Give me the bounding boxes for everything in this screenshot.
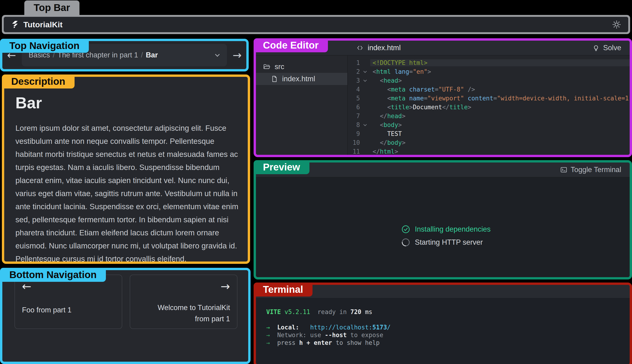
lightbulb-icon — [592, 44, 600, 52]
tree-item-index-html[interactable]: index.html — [256, 73, 347, 85]
annotation-description: Description — [2, 74, 75, 88]
description-region: Bar Lorem ipsum dolor sit amet, consecte… — [2, 74, 250, 264]
terminal-line: → press h + enter to show help — [266, 339, 630, 347]
spinner-icon — [401, 238, 410, 247]
annotation-bottom-navigation: Bottom Navigation — [0, 268, 106, 282]
fold-chevron-icon[interactable] — [364, 78, 367, 82]
top-bar-region: TutorialKit — [2, 15, 630, 34]
chevron-down-icon — [215, 52, 220, 57]
code-line: 7 </head> — [348, 112, 630, 120]
code-line: 10 </body> — [348, 138, 630, 147]
annotation-top-bar: Top Bar — [24, 0, 80, 15]
terminal-line — [266, 316, 630, 324]
tree-item-src-folder[interactable]: src — [256, 61, 347, 73]
right-arrow-icon: → — [221, 281, 230, 292]
code-line: 3 <head> — [348, 76, 630, 85]
breadcrumb-current: Bar — [146, 51, 158, 59]
solve-label: Solve — [603, 44, 621, 52]
solve-button[interactable]: Solve — [592, 44, 630, 52]
annotation-preview: Preview — [254, 160, 309, 174]
tree-item-label: src — [275, 62, 284, 71]
forward-arrow-button[interactable]: → — [233, 50, 242, 60]
step-installing-dependencies: Installing dependencies — [401, 224, 491, 234]
code-line: 9 TEST — [348, 129, 630, 138]
folder-open-icon — [263, 63, 270, 70]
fold-chevron-icon[interactable] — [364, 123, 367, 126]
code-line: 1<!DOCTYPE html> — [348, 58, 630, 67]
brand-title: TutorialKit — [23, 20, 62, 29]
lesson-body-text: Lorem ipsum dolor sit amet, consectetur … — [16, 122, 238, 264]
toggle-terminal-label: Toggle Terminal — [570, 166, 621, 174]
tutorialkit-logo-icon — [11, 20, 20, 29]
preview-tab-bar: Toggle Terminal — [256, 162, 630, 178]
bottom-navigation-region: ← Foo from part 1 → Welcome to TutorialK… — [0, 268, 250, 364]
terminal-line: → Local: http://localhost:5173/ — [266, 324, 630, 331]
annotation-code-editor: Code Editor — [254, 38, 328, 52]
annotation-top-navigation: Top Navigation — [0, 39, 89, 53]
preview-region: Toggle Terminal Installing dependencies — [254, 160, 632, 280]
top-bar: TutorialKit — [4, 17, 628, 32]
check-circle-icon — [401, 225, 410, 234]
left-arrow-icon: ← — [22, 281, 115, 292]
theme-toggle-button[interactable] — [612, 20, 621, 29]
prev-lesson-card[interactable]: ← Foo from part 1 — [15, 274, 122, 329]
file-tree: src index.html — [256, 56, 348, 155]
terminal-line: → Network: use --host to expose — [266, 331, 630, 339]
code-line: 8 <body> — [348, 120, 630, 129]
terminal-icon — [560, 166, 567, 173]
file-icon — [271, 76, 278, 82]
fold-chevron-icon[interactable] — [364, 70, 367, 73]
tutorialkit-app: Top Bar TutorialKit — [0, 0, 632, 364]
code-line: 2<html lang="en"> — [348, 67, 630, 76]
step-starting-http-server: Starting HTTP server — [401, 237, 491, 248]
next-lesson-card[interactable]: → Welcome to TutorialKit from part 1 — [130, 274, 237, 329]
code-line: 6 <title>Document</title> — [348, 103, 630, 112]
step-label: Starting HTTP server — [415, 238, 483, 246]
code-editor-region: index.html Solve — [254, 38, 632, 157]
boot-steps: Installing dependencies Starting HTTP se… — [401, 224, 491, 248]
lesson-title: Bar — [16, 94, 238, 112]
annotation-terminal: Terminal — [254, 282, 312, 296]
toggle-terminal-button[interactable]: Toggle Terminal — [560, 166, 630, 174]
step-label: Installing dependencies — [415, 225, 491, 234]
prev-lesson-label: Foo from part 1 — [22, 304, 115, 316]
terminal-line: VITE v5.2.11 ready in 720 ms — [266, 308, 630, 316]
sun-icon — [612, 20, 621, 29]
next-lesson-label: Welcome to TutorialKit from part 1 — [152, 302, 230, 324]
code-editor-textarea[interactable]: 1<!DOCTYPE html>2<html lang="en">3 <head… — [348, 56, 630, 155]
tab-label: index.html — [368, 44, 401, 52]
breadcrumb-separator: / — [138, 51, 146, 59]
code-brackets-icon — [357, 44, 364, 51]
tree-item-label: index.html — [282, 75, 315, 83]
preview-viewport: Installing dependencies Starting HTTP se… — [256, 178, 630, 277]
brand: TutorialKit — [11, 20, 62, 29]
terminal-output[interactable]: VITE v5.2.11 ready in 720 ms → Local: ht… — [256, 298, 630, 364]
code-line: 5 <meta name="viewport" content="width=d… — [348, 94, 630, 103]
code-line: 4 <meta charset="UTF-8" /> — [348, 85, 630, 94]
code-line: 11</html> — [348, 147, 630, 155]
